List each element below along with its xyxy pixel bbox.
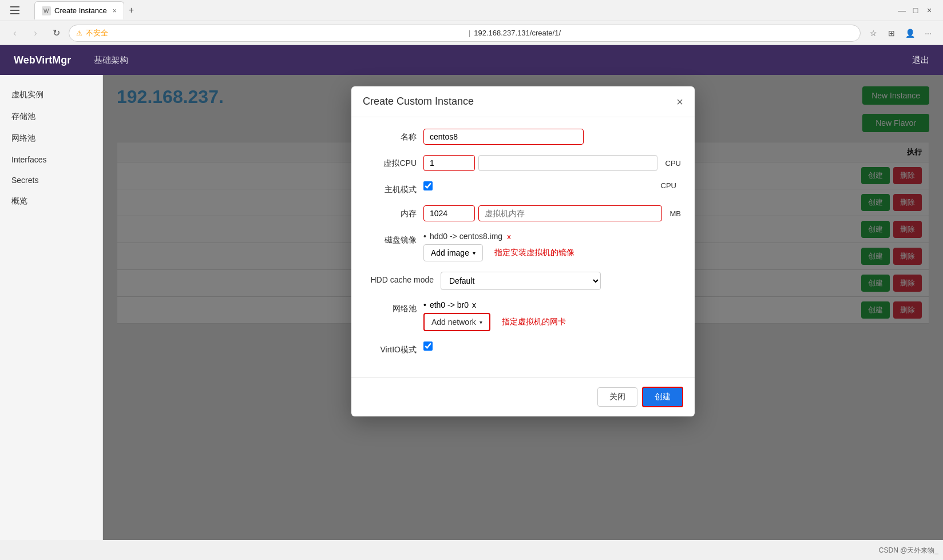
memory-hint-input[interactable]	[478, 205, 662, 221]
sidebar-item-overview[interactable]: 概览	[0, 190, 102, 212]
security-warning-icon: ⚠	[76, 29, 82, 37]
address-url: 192.168.237.131/create/1/	[474, 29, 853, 37]
toolbar-actions: ☆ ⊞ 👤 ···	[865, 25, 936, 41]
active-tab[interactable]: W Create Instance ×	[34, 1, 124, 19]
dropdown-arrow-icon: ▾	[473, 250, 476, 256]
window-close-btn[interactable]: ×	[925, 6, 934, 15]
network-field-group: 网络池 • eth0 -> br0 x Add network	[365, 300, 681, 331]
svg-rect-0	[10, 6, 19, 7]
modal-close-footer-btn[interactable]: 关闭	[597, 387, 637, 407]
vcpu-field-group: 虚拟CPU 1 CPU	[365, 155, 681, 171]
add-image-label: Add image	[431, 248, 469, 257]
nav-logout-link[interactable]: 退出	[912, 55, 929, 66]
name-input[interactable]	[423, 129, 584, 145]
disk-hint: 指定安装虚拟机的镜像	[494, 248, 574, 258]
sidebar-toggle[interactable]	[7, 2, 23, 18]
modal-overlay: Create Custom Instance × 名称 centos8	[103, 75, 943, 540]
memory-suffix-label: MB	[670, 209, 682, 218]
hdd-cache-select[interactable]: Default None Writeback Writethrough	[441, 272, 601, 290]
tab-favicon: W	[42, 6, 51, 15]
modal-body: 名称 centos8 虚拟CPU 1 CPU	[351, 117, 695, 377]
nav-infra-link[interactable]: 基础架构	[89, 55, 133, 66]
sidebar-item-storage[interactable]: 存储池	[0, 106, 102, 128]
virtio-label: VirtIO模式	[365, 341, 417, 355]
app-navbar: WebVirtMgr 基础架构 退出	[0, 45, 943, 75]
main-area: 虚机实例 存储池 网络池 Interfaces Secrets 概览 192.1…	[0, 75, 943, 540]
cpu-label-right: CPU	[661, 181, 676, 190]
collections-btn[interactable]: ⊞	[883, 25, 900, 41]
memory-input[interactable]	[423, 205, 475, 221]
sidebar-item-vms[interactable]: 虚机实例	[0, 84, 102, 106]
svg-rect-2	[10, 13, 19, 14]
memory-field-group: 内存 1024 MB	[365, 205, 681, 221]
disk-image-field-group: 磁盘镜像 • hdd0 -> centos8.img x Add image	[365, 232, 681, 261]
add-image-btn[interactable]: Add image ▾	[423, 244, 483, 261]
address-warning: 不安全	[86, 28, 465, 38]
browser-chrome: W Create Instance × + — □ × ‹ › ↻ ⚠ 不安全 …	[0, 0, 943, 45]
virtio-field-group: VirtIO模式	[365, 341, 681, 355]
profile-btn[interactable]: 👤	[902, 25, 918, 41]
app-brand: WebVirtMgr	[14, 54, 71, 66]
forward-btn[interactable]: ›	[27, 25, 43, 41]
sidebar-item-secrets[interactable]: Secrets	[0, 170, 102, 190]
sidebar-item-network[interactable]: 网络池	[0, 128, 102, 149]
name-label: 名称	[365, 129, 417, 142]
address-bar[interactable]: ⚠ 不安全 | 192.168.237.131/create/1/	[69, 25, 861, 42]
favorites-btn[interactable]: ☆	[865, 25, 881, 41]
host-mode-label: 主机模式	[365, 181, 417, 195]
name-field-group: 名称 centos8	[365, 129, 681, 145]
network-remove-btn[interactable]: x	[472, 300, 476, 309]
host-mode-field-group: 主机模式 CPU	[365, 181, 681, 195]
modal-close-btn[interactable]: ×	[676, 96, 683, 108]
add-network-btn[interactable]: Add network ▾	[423, 313, 490, 331]
modal-create-btn[interactable]: 创建	[642, 387, 683, 407]
page-content: WebVirtMgr 基础架构 退出 虚机实例 存储池 网络池 Interfac…	[0, 45, 943, 540]
hdd-cache-field-group: HDD cache mode Default None Writeback Wr…	[365, 272, 681, 290]
main-content: 192.168.237. New Instance New Flavor 执行 …	[103, 75, 943, 540]
new-tab-btn[interactable]: +	[124, 3, 138, 18]
cpu-suffix-label: CPU	[665, 159, 681, 168]
back-btn[interactable]: ‹	[7, 25, 23, 41]
network-item: • eth0 -> br0 x	[423, 300, 681, 309]
vcpu-extra-input[interactable]	[478, 155, 657, 171]
virtio-checkbox[interactable]	[423, 341, 433, 351]
minimize-btn[interactable]: —	[897, 6, 906, 15]
vcpu-input[interactable]	[423, 155, 475, 171]
disk-remove-btn[interactable]: x	[507, 232, 511, 241]
memory-label: 内存	[365, 205, 417, 219]
svg-text:W: W	[43, 8, 49, 14]
browser-titlebar: W Create Instance × + — □ ×	[0, 0, 943, 21]
sidebar: 虚机实例 存储池 网络池 Interfaces Secrets 概览	[0, 75, 103, 540]
add-network-label: Add network	[431, 317, 476, 327]
hdd-cache-label: HDD cache mode	[365, 272, 434, 284]
browser-toolbar: ‹ › ↻ ⚠ 不安全 | 192.168.237.131/create/1/ …	[0, 21, 943, 45]
maximize-btn[interactable]: □	[911, 6, 920, 15]
modal-footer: 关闭 创建	[351, 377, 695, 416]
network-dropdown-arrow-icon: ▾	[480, 319, 482, 325]
disk-label: 磁盘镜像	[365, 232, 417, 245]
vcpu-label: 虚拟CPU	[365, 155, 417, 169]
network-item-text: eth0 -> br0	[430, 300, 469, 309]
tab-close-btn[interactable]: ×	[113, 7, 117, 15]
network-label: 网络池	[365, 300, 417, 314]
network-hint: 指定虚拟机的网卡	[502, 317, 566, 327]
more-btn[interactable]: ···	[920, 25, 936, 41]
create-instance-modal: Create Custom Instance × 名称 centos8	[351, 86, 695, 416]
sidebar-item-interfaces[interactable]: Interfaces	[0, 149, 102, 170]
refresh-btn[interactable]: ↻	[48, 25, 64, 41]
tab-bar: W Create Instance × +	[27, 0, 893, 21]
modal-header: Create Custom Instance ×	[351, 86, 695, 117]
modal-title: Create Custom Instance	[363, 96, 474, 108]
disk-item: • hdd0 -> centos8.img x	[423, 232, 681, 241]
svg-rect-1	[10, 10, 19, 11]
tab-title: Create Instance	[54, 6, 107, 15]
window-controls: — □ ×	[897, 6, 934, 15]
host-mode-checkbox[interactable]	[423, 181, 433, 190]
